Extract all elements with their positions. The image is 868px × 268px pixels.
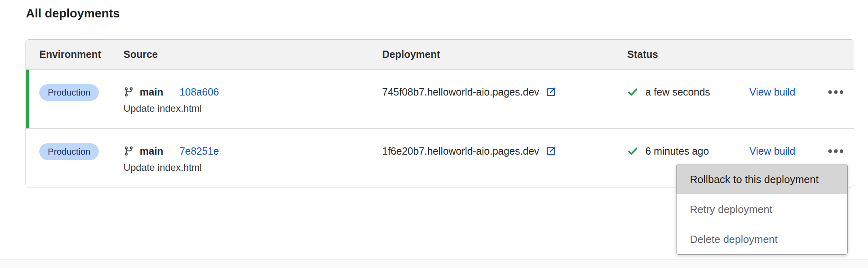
source-cell: main 7e8251e Update index.html [123, 143, 382, 174]
deployment-context-menu: Rollback to this deployment Retry deploy… [676, 164, 848, 255]
page-title: All deployments [26, 6, 120, 20]
commit-link[interactable]: 108a606 [179, 86, 219, 98]
branch-name: main [140, 86, 163, 98]
status-time: 6 minutes ago [645, 145, 709, 157]
commit-message: Update index.html [123, 102, 382, 115]
git-branch-icon [123, 146, 134, 156]
status-cell: 6 minutes ago [627, 143, 749, 159]
external-link-icon[interactable] [545, 145, 557, 157]
branch-name: main [140, 145, 163, 157]
current-deployment-indicator [26, 70, 29, 128]
environment-badge: Production [39, 84, 99, 101]
deployment-cell: 1f6e20b7.helloworld-aio.pages.dev [382, 143, 627, 159]
column-header-deployment: Deployment [382, 49, 627, 60]
view-build-link[interactable]: View build [749, 143, 826, 159]
column-header-source: Source [123, 49, 382, 60]
row-menu-button[interactable] [826, 143, 845, 159]
check-icon [627, 145, 638, 157]
table-row: Production main 108a606 Update index.htm… [26, 70, 854, 129]
commit-message: Update index.html [123, 161, 382, 174]
table-header-row: Environment Source Deployment Status [26, 40, 854, 70]
view-build-link[interactable]: View build [749, 84, 826, 100]
environment-cell: Production [39, 143, 123, 160]
external-link-icon[interactable] [545, 86, 557, 98]
check-icon [627, 86, 638, 98]
status-time: a few seconds [645, 86, 710, 98]
status-cell: a few seconds [627, 84, 749, 100]
column-header-status: Status [627, 49, 749, 60]
ellipsis-icon [828, 149, 832, 153]
deployment-cell: 745f08b7.helloworld-aio.pages.dev [382, 84, 627, 100]
environment-badge: Production [39, 143, 99, 160]
source-cell: main 108a606 Update index.html [123, 84, 382, 115]
commit-link[interactable]: 7e8251e [179, 145, 219, 157]
menu-item-retry[interactable]: Retry deployment [677, 194, 847, 224]
deployment-url: 1f6e20b7.helloworld-aio.pages.dev [382, 145, 539, 157]
ellipsis-icon [828, 90, 832, 94]
row-menu-button[interactable] [826, 84, 845, 100]
column-header-environment: Environment [39, 49, 123, 60]
page-footer-edge [0, 259, 868, 268]
menu-item-rollback[interactable]: Rollback to this deployment [677, 164, 847, 194]
environment-cell: Production [39, 84, 123, 101]
git-branch-icon [123, 87, 134, 97]
menu-item-delete[interactable]: Delete deployment [677, 224, 847, 254]
deployment-url: 745f08b7.helloworld-aio.pages.dev [382, 86, 539, 98]
